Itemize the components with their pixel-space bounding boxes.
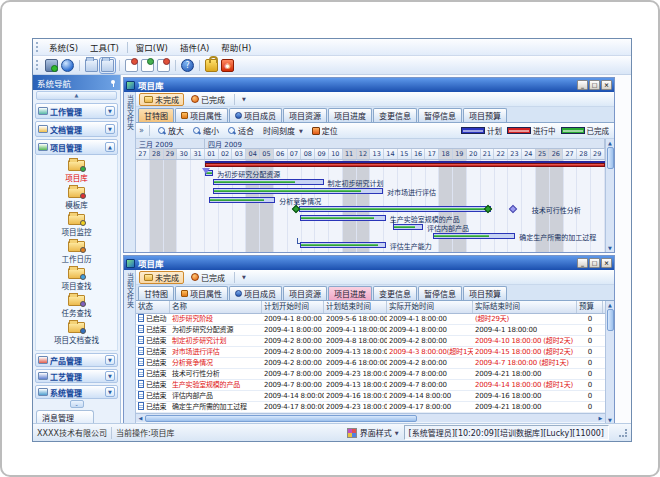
minimize-button[interactable]: _	[577, 80, 588, 90]
table-row[interactable]: 已结束为初步研究分配资源2009-4-1 8:00:002009-4-1 18:…	[136, 325, 605, 336]
table-row[interactable]: 已结束对市场进行评估2009-4-2 8:00:002009-4-13 18:0…	[136, 347, 605, 358]
column-header-实际开始时间[interactable]: 实际开始时间	[387, 301, 473, 313]
gantt-task-bar[interactable]	[213, 179, 323, 185]
tab-项目属性[interactable]: 项目属性	[175, 108, 228, 122]
scroll-thumb[interactable]	[145, 415, 417, 422]
tab-甘特图[interactable]: 甘特图	[138, 286, 174, 300]
scroll-up-arrow-icon[interactable]: ▲	[608, 139, 612, 147]
column-header-名称[interactable]: 名称	[170, 301, 262, 313]
menu-item-4[interactable]: 帮助(H)	[215, 40, 257, 54]
globe-icon[interactable]	[61, 59, 74, 72]
tab-暂停信息[interactable]: 暂停信息	[418, 286, 462, 300]
filter-dropdown-icon[interactable]: ▼	[242, 96, 246, 102]
window-title-bar[interactable]: 项目库_□×	[124, 78, 614, 92]
sidebar-group-系统管理[interactable]: 系统管理▼	[35, 385, 118, 399]
toolbar-overflow-icon[interactable]: »	[139, 126, 144, 135]
menu-item-3[interactable]: 插件(A)	[174, 40, 215, 54]
tab-变更信息[interactable]: 变更信息	[373, 108, 417, 122]
scroll-down-arrow-icon[interactable]: ▼	[608, 244, 612, 252]
gantt-task-bar[interactable]	[213, 188, 383, 194]
scroll-up-arrow-icon[interactable]: ▲	[608, 301, 612, 309]
table-row[interactable]: 已结束确定生产所需的加工过程2009-4-17 8:00:002009-4-23…	[136, 402, 605, 413]
tab-message-management[interactable]: 消息管理	[36, 410, 94, 423]
gantt-vertical-scrollbar[interactable]: ▲▼	[605, 139, 614, 252]
tab-变更信息[interactable]: 变更信息	[373, 286, 417, 300]
report-delete-icon[interactable]	[157, 59, 170, 72]
exit-icon[interactable]	[221, 59, 234, 72]
tab-项目进度[interactable]: 项目进度	[328, 108, 372, 122]
tab-项目属性[interactable]: 项目属性	[175, 286, 228, 300]
menu-item-1[interactable]: 工具(T)	[84, 40, 125, 54]
sidebar-item-模板库[interactable]: 模板库	[36, 185, 117, 212]
filter-button-已完成[interactable]: 已完成	[187, 93, 229, 106]
gantt-summary-bar[interactable]	[205, 161, 605, 168]
gantt-task-bar[interactable]	[300, 242, 386, 248]
tool-适合[interactable]: 适合	[225, 124, 257, 137]
column-header-实际结束时间[interactable]: 实际结束时间	[473, 301, 577, 313]
chevron-down-icon[interactable]: ▼	[105, 387, 115, 397]
close-button[interactable]: ×	[601, 80, 612, 90]
tool-缩小[interactable]: 缩小	[190, 124, 222, 137]
scroll-thumb[interactable]	[607, 309, 614, 331]
table-row[interactable]: 已结束生产实验室规模的产品2009-4-7 8:00:002009-4-13 1…	[136, 380, 605, 391]
gantt-task-bar[interactable]	[299, 206, 491, 212]
sidebar-item-项目文档查找[interactable]: 项目文档查找	[36, 320, 117, 347]
sidebar-group-工艺管理[interactable]: 工艺管理▼	[35, 369, 118, 383]
tab-项目资源[interactable]: 项目资源	[283, 286, 327, 300]
tab-项目资源[interactable]: 项目资源	[283, 108, 327, 122]
column-header-计划结束时间[interactable]: 计划结束时间	[324, 301, 387, 313]
scroll-thumb[interactable]	[607, 147, 614, 169]
table-row[interactable]: 已结束分析竞争情况2009-4-2 8:00:002009-4-6 18:00:…	[136, 358, 605, 369]
lock-icon[interactable]	[205, 59, 218, 72]
menu-item-2[interactable]: 窗口(W)	[130, 40, 174, 54]
report-edit-icon[interactable]	[141, 59, 154, 72]
sidebar-group-文档管理[interactable]: 文档管理▼	[35, 121, 118, 137]
resize-grip[interactable]	[619, 429, 627, 437]
gantt-task-bar[interactable]	[433, 233, 516, 239]
sidebar-item-项目查找[interactable]: 项目查找	[36, 266, 117, 293]
tab-项目成员[interactable]: 项目成员	[229, 108, 282, 122]
sidebar-item-项目监控[interactable]: 项目监控	[36, 212, 117, 239]
close-button[interactable]: ×	[601, 258, 612, 268]
pin-icon[interactable]	[110, 80, 116, 86]
ui-style-dropdown-icon[interactable]: ▼	[395, 430, 399, 436]
minimize-button[interactable]: _	[577, 258, 588, 268]
menu-item-0[interactable]: 系统(S)	[43, 40, 84, 54]
sidebar-item-项目库[interactable]: 项目库	[36, 158, 117, 185]
table-row[interactable]: 已结束技术可行性分析2009-4-7 8:00:002009-4-23 18:0…	[136, 369, 605, 380]
computer-icon[interactable]	[45, 59, 58, 72]
tool-定位[interactable]: 定位	[309, 124, 341, 137]
sidebar-overflow-button[interactable]: ⌄	[70, 400, 84, 408]
filter-dropdown-icon[interactable]: ▼	[242, 274, 246, 280]
ui-style-button[interactable]: 界面样式	[360, 427, 392, 438]
column-header-计划开始时间[interactable]: 计划开始时间	[262, 301, 324, 313]
maximize-button[interactable]: □	[589, 80, 600, 90]
scroll-right-arrow-icon[interactable]: ▶	[596, 415, 605, 421]
side-tab-strip[interactable]: 当前文件夹	[124, 270, 136, 423]
sidebar-collapse-button[interactable]: ▲	[36, 91, 117, 100]
sidebar-item-任务查找[interactable]: 任务查找	[36, 293, 117, 320]
table-row[interactable]: 已启动初步研究阶段2009-4-1 8:00:002009-5-6 18:00:…	[136, 314, 605, 325]
sidebar-group-工作管理[interactable]: 工作管理▼	[35, 103, 118, 119]
tab-甘特图[interactable]: 甘特图	[138, 108, 174, 122]
sidebar-item-工作日历[interactable]: 工作日历	[36, 239, 117, 266]
gantt-task-bar[interactable]	[393, 224, 423, 230]
table-horizontal-scrollbar[interactable]: ◀▶	[136, 413, 605, 422]
side-tab-strip[interactable]: 当前文件夹	[124, 92, 136, 252]
tab-项目预算[interactable]: 项目预算	[463, 286, 507, 300]
tool-放大[interactable]: 放大	[155, 124, 187, 137]
gantt-task-bar[interactable]	[209, 197, 275, 203]
tab-项目预算[interactable]: 项目预算	[463, 108, 507, 122]
column-header-状态[interactable]: 状态	[136, 301, 170, 313]
chevron-down-icon[interactable]: ▼	[105, 355, 115, 365]
folder-open-icon[interactable]	[101, 59, 114, 72]
scroll-down-arrow-icon[interactable]: ▼	[608, 416, 612, 423]
chevron-up-icon[interactable]: ▲	[105, 142, 115, 152]
table-vertical-scrollbar[interactable]: ▲▼	[605, 301, 614, 423]
maximize-button[interactable]: □	[589, 258, 600, 268]
table-row[interactable]: 已结束评估内部产品2009-4-14 8:00:002009-4-16 18:0…	[136, 391, 605, 402]
filter-button-未完成[interactable]: 未完成	[139, 271, 184, 284]
sidebar-group-项目管理[interactable]: 项目管理▲	[35, 139, 118, 155]
chevron-down-icon[interactable]: ▼	[105, 371, 115, 381]
gantt-task-bar[interactable]	[300, 215, 386, 221]
